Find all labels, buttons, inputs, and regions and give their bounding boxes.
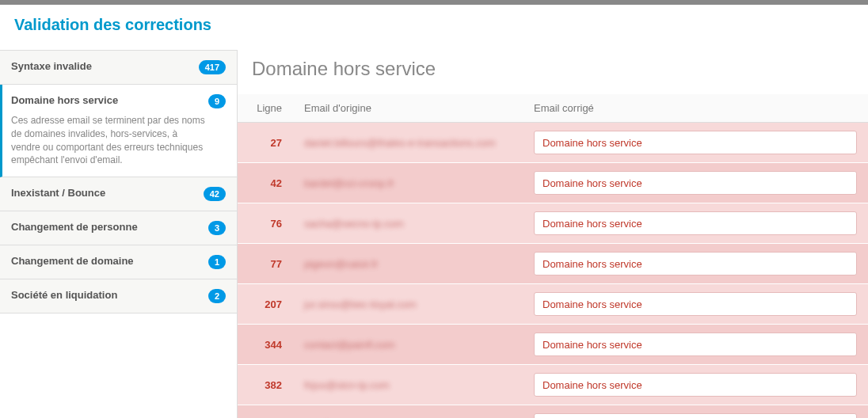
- col-header-corr[interactable]: Email corrigé: [523, 94, 868, 123]
- page-title: Validation des corrections: [0, 5, 868, 50]
- cell-email-origine: fnjus@stcn-tp.com: [293, 365, 523, 405]
- sidebar-item-label: Société en liquidation: [11, 289, 117, 301]
- sidebar-item-label: Inexistant / Bounce: [11, 187, 105, 199]
- count-badge: 1: [208, 255, 226, 269]
- corrections-table: Ligne Email d'origine Email corrigé 27da…: [238, 94, 868, 418]
- sidebar-item-label: Syntaxe invalide: [11, 60, 92, 72]
- table-row: 207jur.sirou@bec-tisyal.com: [238, 284, 868, 325]
- cell-email-corrige: [523, 163, 868, 203]
- cell-email-corrige: [523, 284, 868, 325]
- cell-email-origine: jur.sirou@bec-tisyal.com: [293, 284, 523, 325]
- cell-line: 27: [238, 123, 293, 163]
- email-corrige-input[interactable]: [534, 252, 857, 276]
- email-corrige-input[interactable]: [534, 373, 857, 397]
- cell-line: 42: [238, 163, 293, 203]
- table-row: 382fnjus@stcn-tp.com: [238, 365, 868, 405]
- cell-email-corrige: [523, 123, 868, 163]
- cell-email-origine: info@vega-tp.com: [293, 405, 523, 419]
- table-row: 76sacha@secno-tp.com: [238, 203, 868, 244]
- cell-email-corrige: [523, 325, 868, 365]
- email-corrige-input[interactable]: [534, 131, 857, 154]
- content-area: Syntaxe invalide 417 Domaine hors servic…: [0, 50, 868, 418]
- table-row: 27daniel.billours@thales-e-transactions.…: [238, 123, 868, 163]
- email-corrige-input[interactable]: [534, 211, 857, 235]
- email-corrige-input[interactable]: [534, 332, 857, 356]
- sidebar-item-label: Changement de personne: [11, 221, 138, 233]
- count-badge: 42: [204, 187, 226, 201]
- main-title: Domaine hors service: [238, 50, 868, 94]
- table-row: 42bardel@cci-cronp.fr: [238, 163, 868, 203]
- sidebar-item-inexistant-bounce[interactable]: Inexistant / Bounce 42: [0, 177, 237, 211]
- table-row: 344contact@painfl.com: [238, 325, 868, 365]
- table-row: 435info@vega-tp.com: [238, 405, 868, 419]
- sidebar-item-syntaxe-invalide[interactable]: Syntaxe invalide 417: [0, 50, 237, 85]
- cell-email-corrige: [523, 203, 868, 244]
- main-panel: Domaine hors service Ligne Email d'origi…: [238, 50, 868, 418]
- cell-line: 207: [238, 284, 293, 325]
- sidebar-item-description: Ces adresse email se terminent par des n…: [11, 114, 208, 167]
- cell-email-origine: bardel@cci-cronp.fr: [293, 163, 523, 203]
- cell-line: 344: [238, 325, 293, 365]
- cell-email-origine: pigeon@caisir.fr: [293, 244, 523, 284]
- count-badge: 3: [208, 221, 226, 235]
- count-badge: 417: [199, 60, 226, 74]
- email-corrige-input[interactable]: [534, 413, 857, 418]
- sidebar-item-label: Changement de domaine: [11, 255, 134, 267]
- cell-line: 76: [238, 203, 293, 244]
- sidebar: Syntaxe invalide 417 Domaine hors servic…: [0, 50, 238, 418]
- sidebar-item-changement-domaine[interactable]: Changement de domaine 1: [0, 245, 237, 279]
- cell-line: 77: [238, 244, 293, 284]
- count-badge: 2: [208, 289, 226, 303]
- sidebar-item-societe-liquidation[interactable]: Société en liquidation 2: [0, 279, 237, 314]
- count-badge: 9: [208, 94, 226, 108]
- col-header-orig[interactable]: Email d'origine: [293, 94, 523, 123]
- table-row: 77pigeon@caisir.fr: [238, 244, 868, 284]
- sidebar-item-changement-personne[interactable]: Changement de personne 3: [0, 211, 237, 245]
- col-header-line[interactable]: Ligne: [238, 94, 293, 123]
- sidebar-item-domaine-hors-service[interactable]: Domaine hors service Ces adresse email s…: [0, 85, 237, 177]
- sidebar-item-label: Domaine hors service: [11, 94, 208, 106]
- cell-email-origine: sacha@secno-tp.com: [293, 203, 523, 244]
- cell-line: 382: [238, 365, 293, 405]
- cell-email-corrige: [523, 365, 868, 405]
- cell-email-origine: daniel.billours@thales-e-transactions.co…: [293, 123, 523, 163]
- cell-email-corrige: [523, 405, 868, 419]
- cell-email-origine: contact@painfl.com: [293, 325, 523, 365]
- cell-email-corrige: [523, 244, 868, 284]
- cell-line: 435: [238, 405, 293, 419]
- email-corrige-input[interactable]: [534, 292, 857, 316]
- email-corrige-input[interactable]: [534, 171, 857, 195]
